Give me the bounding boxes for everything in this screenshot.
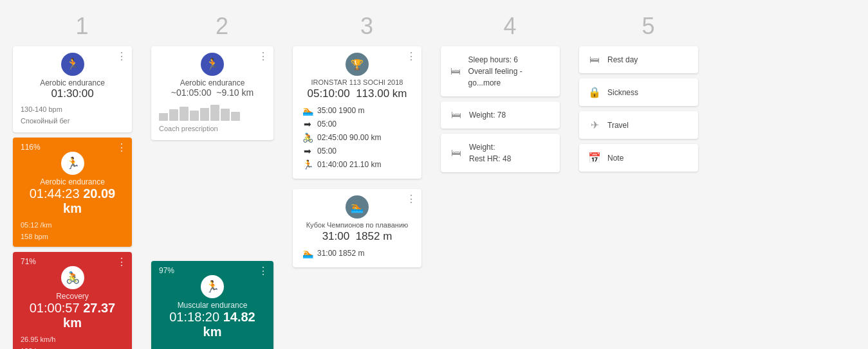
card-sickness[interactable]: 🔒 Sickness: [579, 78, 698, 106]
coach-label: Coach prescription: [159, 125, 266, 132]
travel-content: ✈ Travel: [579, 111, 698, 139]
card-title-2: Aerobic endurance: [21, 177, 124, 186]
event-row-run: 🏃 01:40:00 21.10 km: [302, 159, 412, 170]
swim-champ-title: Кубок Чемпионов по плаванию: [302, 221, 412, 229]
swim-icon: 🏊: [302, 105, 313, 116]
more-button-3[interactable]: ⋮: [116, 257, 127, 267]
card-ironstar[interactable]: ⋮ 🏆 IRONSTAR 113 SOCHI 2018 05:10:00 113…: [293, 46, 421, 179]
event-row-t1: ➡ 05:00: [302, 119, 412, 129]
swim-champ-icon: 🏊: [346, 195, 369, 219]
card-icon-row-c1: 🏃: [159, 53, 266, 76]
column-5: 🛏 Rest day 🔒 Sickness ✈ Travel: [579, 46, 717, 172]
more-button-c1[interactable]: ⋮: [258, 51, 268, 62]
card-title-c2: Muscular endurance: [159, 301, 266, 310]
swim-champ-duration: 31:00 1852 m: [302, 230, 412, 243]
card-title-1: Aerobic endurance: [21, 78, 124, 87]
more-button-c2[interactable]: ⋮: [258, 266, 268, 276]
t2-text: 05:00: [317, 147, 337, 156]
card-recovery-1[interactable]: ⋮ 71% 🚴 Recovery 01:00:57 27.37 km 26.95…: [13, 252, 132, 349]
card-weight-1[interactable]: 🛏 Weight: 78: [441, 102, 560, 129]
bike-icon-r1: 🚴: [302, 132, 313, 143]
wave-chart-c2: [159, 343, 266, 349]
main-columns: ⋮ 🏃 Aerobic endurance 01:30:00 130-140 b…: [13, 46, 855, 349]
note-label: Note: [607, 152, 623, 164]
swim-text: 35:00 1900 m: [317, 106, 364, 115]
more-button-r1[interactable]: ⋮: [406, 51, 416, 62]
more-button-2[interactable]: ⋮: [116, 143, 127, 153]
weight-text-1: Weight: 78: [469, 109, 506, 121]
more-button-1[interactable]: ⋮: [116, 51, 127, 62]
percent-3: 71%: [21, 257, 124, 266]
event-title: IRONSTAR 113 SOCHI 2018: [302, 78, 412, 86]
header-4: 4: [441, 13, 579, 40]
event-row-bike: 🚴 02:45:00 90.00 km: [302, 132, 412, 143]
card-speed-3: 26.95 km/h: [21, 336, 124, 343]
swim-champ-text: 31:00 1852 m: [317, 249, 364, 258]
card-title-c1: Aerobic endurance: [159, 78, 266, 87]
card-duration-3: 01:00:57 27.37 km: [21, 301, 124, 330]
note-content: 📅 Note: [579, 144, 698, 172]
sickness-content: 🔒 Sickness: [579, 78, 698, 106]
card-bpm-2: 158 bpm: [21, 233, 124, 240]
run-text: 01:40:00 21.10 km: [317, 160, 381, 169]
header-3: 3: [293, 13, 441, 40]
trophy-icon: 🏆: [346, 53, 369, 76]
card-note[interactable]: 📅 Note: [579, 144, 698, 172]
header-1: 1: [13, 13, 151, 40]
card-bpm-1: 130-140 bpm: [21, 105, 124, 113]
bike-text: 02:45:00 90.00 km: [317, 133, 381, 142]
card-duration-c1: ~01:05:00 ~9.10 km: [159, 87, 266, 98]
card-aerobic-2[interactable]: ⋮ 116% 🏃 Aerobic endurance 01:44:23 20.0…: [13, 138, 132, 247]
run-icon-r1: 🏃: [302, 159, 313, 170]
column-4: 🛏 Sleep hours: 6 Overall feeling - go...…: [441, 46, 579, 172]
swim-champ-row: 🏊 31:00 1852 m: [302, 248, 412, 258]
travel-icon: ✈: [588, 119, 601, 131]
card-icon-row-3: 🚴: [21, 266, 124, 289]
event-duration: 05:10:00 113.00 km: [302, 87, 412, 100]
more-button-r2[interactable]: ⋮: [406, 194, 416, 204]
weight-icon-1: 🛏: [450, 109, 463, 121]
card-rest-day[interactable]: 🛏 Rest day: [579, 46, 698, 73]
sleep-card-content: 🛏 Sleep hours: 6 Overall feeling - go...…: [441, 46, 560, 96]
card-title-3: Recovery: [21, 292, 124, 301]
column-1: ⋮ 🏃 Aerobic endurance 01:30:00 130-140 b…: [13, 46, 151, 349]
weight-hr-text: Weight: Rest HR: 48: [469, 141, 511, 165]
run-icon-2: 🏃: [61, 152, 84, 175]
travel-label: Travel: [607, 120, 629, 131]
sickness-label: Sickness: [607, 87, 638, 98]
card-swim-champ[interactable]: ⋮ 🏊 Кубок Чемпионов по плаванию 31:00 18…: [293, 189, 421, 267]
rest-day-content: 🛏 Rest day: [579, 46, 698, 73]
card-sleep[interactable]: 🛏 Sleep hours: 6 Overall feeling - go...…: [441, 46, 560, 96]
weight-hr-content: 🛏 Weight: Rest HR: 48: [441, 134, 560, 172]
card-travel[interactable]: ✈ Travel: [579, 111, 698, 139]
note-icon: 📅: [588, 152, 601, 164]
sleep-text: Sleep hours: 6 Overall feeling - go...mo…: [468, 54, 551, 89]
card-weight-hr[interactable]: 🛏 Weight: Rest HR: 48: [441, 134, 560, 172]
column-3: ⋮ 🏆 IRONSTAR 113 SOCHI 2018 05:10:00 113…: [293, 46, 441, 267]
weight-hr-icon: 🛏: [450, 147, 463, 159]
t1-text: 05:00: [317, 120, 337, 129]
card-stats-3: 26.95 km/h 123 bpm 121 Wt: [21, 336, 124, 349]
card-muscular-1[interactable]: ⋮ 97% 🏃 Muscular endurance 01:18:20 14.8…: [151, 261, 273, 349]
run-icon: 🏃: [61, 53, 84, 76]
arrow-icon-1: ➡: [302, 119, 313, 129]
header-2: 2: [151, 13, 293, 40]
card-pace-2: 05:12 /km: [21, 221, 124, 229]
column-2: ⋮ 🏃 Aerobic endurance ~01:05:00 ~9.10 km: [151, 46, 293, 349]
card-icon-row: 🏃: [21, 53, 124, 76]
percent-2: 116%: [21, 143, 124, 152]
sickness-icon: 🔒: [588, 86, 601, 98]
card-stats-1: 130-140 bpm Спокойный бег: [21, 105, 124, 125]
card-icon-row-2: 🏃: [21, 152, 124, 175]
chart-c1: [159, 102, 266, 121]
card-coach-1[interactable]: ⋮ 🏃 Aerobic endurance ~01:05:00 ~9.10 km: [151, 46, 273, 140]
run-icon-c1: 🏃: [201, 53, 224, 76]
event-row-swim: 🏊 35:00 1900 m: [302, 105, 412, 116]
card-aerobic-1[interactable]: ⋮ 🏃 Aerobic endurance 01:30:00 130-140 b…: [13, 46, 132, 132]
swim-icon-2: 🏊: [302, 248, 313, 258]
event-rows: 🏊 35:00 1900 m ➡ 05:00 🚴 02:45:00 90.00 …: [302, 105, 412, 170]
card-duration-1: 01:30:00: [21, 87, 124, 100]
percent-c2: 97%: [159, 266, 266, 275]
card-duration-2: 01:44:23 20.09 km: [21, 186, 124, 216]
page: 1 2 3 4 5 ⋮ 🏃 Aerobic endurance 01:30:00…: [0, 0, 868, 349]
